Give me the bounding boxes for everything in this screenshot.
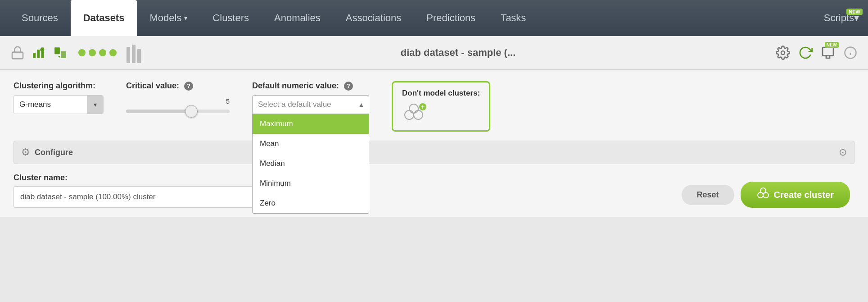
critical-value-help-icon[interactable]: ? <box>184 82 193 91</box>
main-content: Clustering algorithm: G-means ▾ Critical… <box>0 70 868 217</box>
slider-value: 5 <box>126 97 230 105</box>
progress-dots <box>78 49 117 56</box>
dropdown-option-maximum[interactable]: Maximum <box>253 114 369 134</box>
nav-models[interactable]: Models ▾ <box>137 0 200 36</box>
slider-thumb[interactable] <box>185 105 198 118</box>
nav-anomalies[interactable]: Anomalies <box>262 0 333 36</box>
svg-rect-1 <box>33 53 36 58</box>
dropdown-arrow-icon: ▴ <box>359 100 363 110</box>
export-new-badge: NEW <box>825 42 839 48</box>
settings-gear-icon[interactable] <box>774 44 791 61</box>
svg-point-17 <box>405 110 414 119</box>
dropdown-option-zero[interactable]: Zero <box>253 193 369 213</box>
nav-scripts[interactable]: Scripts ▾ NEW <box>824 12 859 24</box>
default-numeric-group: Default numeric value: ? Select a defaul… <box>252 81 369 114</box>
svg-rect-7 <box>61 51 66 58</box>
nav-tasks[interactable]: Tasks <box>488 0 538 36</box>
nav-predictions[interactable]: Predictions <box>414 0 488 36</box>
configure-label: Configure <box>35 148 73 157</box>
export-icon[interactable]: NEW <box>819 44 836 61</box>
default-numeric-label: Default numeric value: ? <box>252 81 369 91</box>
nav-sources[interactable]: Sources <box>9 0 71 36</box>
nav-clusters[interactable]: Clusters <box>200 0 262 36</box>
svg-rect-11 <box>137 49 141 63</box>
cluster-add-icon[interactable]: + <box>402 101 429 124</box>
svg-rect-9 <box>127 47 130 63</box>
svg-point-24 <box>760 188 766 193</box>
nav-associations[interactable]: Associations <box>333 0 414 36</box>
create-cluster-button[interactable]: Create cluster <box>741 182 850 208</box>
svg-point-18 <box>414 110 423 119</box>
svg-text:+: + <box>41 48 44 52</box>
dot-4 <box>109 49 117 56</box>
algorithm-dropdown-arrow[interactable]: ▾ <box>87 96 103 114</box>
dot-3 <box>99 49 106 56</box>
create-cluster-icon <box>757 187 769 202</box>
svg-rect-0 <box>12 52 23 59</box>
configure-expand-icon[interactable]: ⊙ <box>839 146 847 158</box>
dataset-bars-icon <box>126 42 142 63</box>
algorithm-label: Clustering algorithm: <box>14 81 104 91</box>
svg-text:+: + <box>421 103 425 110</box>
dont-model-clusters-box: Don't model clusters: + <box>392 81 490 132</box>
refresh-icon[interactable] <box>797 44 814 61</box>
dot-1 <box>78 49 86 56</box>
svg-rect-10 <box>132 45 136 63</box>
dropdown-option-minimum[interactable]: Minimum <box>253 174 369 193</box>
dropdown-placeholder: Select a default value <box>258 100 359 109</box>
algorithm-select[interactable]: G-means ▾ <box>14 95 104 114</box>
toolbar: + ▾ diab dataset - sample (... <box>0 36 868 70</box>
nav-datasets[interactable]: Datasets <box>71 0 137 36</box>
chart-icon[interactable]: + <box>31 44 48 61</box>
svg-text:▾: ▾ <box>58 54 60 59</box>
slider-fill <box>126 110 194 113</box>
dataset-title: diab dataset - sample (... <box>146 47 770 59</box>
svg-rect-6 <box>54 47 60 54</box>
models-dropdown-arrow: ▾ <box>184 14 187 22</box>
transform-icon[interactable]: ▾ <box>52 44 69 61</box>
configure-gear-icon: ⚙ <box>21 146 30 158</box>
default-numeric-dropdown: Select a default value ▴ Maximum Mean Me… <box>252 95 369 114</box>
dont-model-label: Don't model clusters: <box>402 89 480 98</box>
toolbar-right-actions: NEW <box>774 44 859 61</box>
configure-bar[interactable]: ⚙ Configure ⊙ <box>14 141 854 164</box>
top-nav: Sources Datasets Models ▾ Clusters Anoma… <box>0 0 868 36</box>
algorithm-group: Clustering algorithm: G-means ▾ <box>14 81 104 114</box>
reset-button[interactable]: Reset <box>682 185 734 205</box>
default-numeric-help-icon[interactable]: ? <box>344 82 353 91</box>
critical-value-label: Critical value: ? <box>126 81 230 91</box>
slider-container: 5 <box>126 95 230 113</box>
bottom-row: Cluster name: Reset Create cluster <box>14 173 854 208</box>
dropdown-menu: Maximum Mean Median Minimum Zero <box>252 114 369 214</box>
algorithm-value: G-means <box>14 100 87 109</box>
dropdown-trigger[interactable]: Select a default value ▴ <box>252 95 369 114</box>
slider-track[interactable] <box>126 110 230 113</box>
dot-2 <box>89 49 96 56</box>
scripts-new-badge: NEW <box>846 9 863 15</box>
info-icon[interactable] <box>842 44 859 61</box>
create-cluster-label: Create cluster <box>774 190 834 200</box>
bottom-buttons: Reset Create cluster <box>682 182 854 208</box>
svg-rect-2 <box>37 50 40 58</box>
svg-point-19 <box>409 104 418 113</box>
critical-value-group: Critical value: ? 5 <box>126 81 230 113</box>
lock-icon <box>9 44 26 61</box>
dropdown-option-median[interactable]: Median <box>253 154 369 174</box>
dropdown-option-mean[interactable]: Mean <box>253 134 369 154</box>
svg-rect-13 <box>823 47 833 56</box>
svg-point-12 <box>781 51 785 55</box>
config-row: Clustering algorithm: G-means ▾ Critical… <box>14 81 854 132</box>
